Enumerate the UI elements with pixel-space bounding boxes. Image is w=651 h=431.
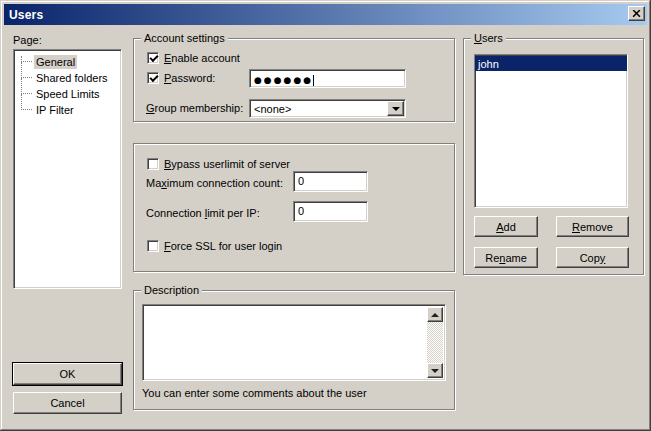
add-user-button[interactable]: Add xyxy=(474,216,538,237)
password-checkbox[interactable] xyxy=(147,72,159,84)
password-input[interactable]: ●●●●●● xyxy=(249,69,406,88)
users-caption: Users xyxy=(471,32,506,45)
description-group: Description You can enter some comments … xyxy=(133,290,455,410)
user-list-item[interactable]: john xyxy=(475,56,627,71)
description-textarea[interactable] xyxy=(142,304,446,381)
ip-limit-input[interactable]: 0 xyxy=(293,201,368,222)
limits-group: Bypass userlimit of server Maximum conne… xyxy=(133,143,455,272)
titlebar: Users xyxy=(4,4,647,25)
group-membership-select[interactable]: <none> xyxy=(249,99,406,118)
scroll-up-button[interactable] xyxy=(427,307,443,322)
close-button[interactable] xyxy=(628,6,645,21)
window-title: Users xyxy=(4,8,43,22)
users-dialog: Users Page: GeneralShared foldersSpeed L… xyxy=(0,0,651,431)
group-membership-label: Group membership: xyxy=(146,102,243,115)
cancel-button[interactable]: Cancel xyxy=(13,392,122,414)
enable-account-checkbox[interactable] xyxy=(147,52,159,64)
scroll-down-button[interactable] xyxy=(427,363,443,378)
description-caption: Description xyxy=(141,284,202,297)
ok-button[interactable]: OK xyxy=(13,363,122,385)
users-group: Users john Add Remove Rename Copy xyxy=(463,38,644,275)
page-tree-item[interactable]: IP Filter xyxy=(14,102,121,118)
copy-user-button[interactable]: Copy xyxy=(556,247,629,268)
arrow-down-icon xyxy=(431,369,439,373)
enable-account-label: Enable account xyxy=(164,52,240,65)
max-connections-input[interactable]: 0 xyxy=(293,171,368,192)
account-settings-caption: Account settings xyxy=(141,32,228,45)
combo-dropdown-button[interactable] xyxy=(387,101,404,116)
page-tree[interactable]: GeneralShared foldersSpeed LimitsIP Filt… xyxy=(13,49,122,289)
text-caret xyxy=(313,75,314,86)
close-icon xyxy=(632,10,641,18)
remove-user-button[interactable]: Remove xyxy=(556,216,629,237)
account-settings-group: Account settings Enable account Password… xyxy=(133,38,455,122)
force-ssl-checkbox[interactable] xyxy=(147,240,159,252)
rename-user-button[interactable]: Rename xyxy=(474,247,538,268)
chevron-down-icon xyxy=(392,107,400,111)
description-hint: You can enter some comments about the us… xyxy=(142,387,367,400)
arrow-up-icon xyxy=(431,313,439,317)
max-connections-label: Maximum connection count: xyxy=(146,177,283,190)
page-label: Page: xyxy=(13,34,42,47)
vertical-scrollbar[interactable] xyxy=(427,307,443,378)
users-listbox[interactable]: john xyxy=(474,54,628,208)
password-label: Password: xyxy=(164,72,215,85)
ip-limit-label: Connection limit per IP: xyxy=(146,207,260,220)
bypass-userlimit-checkbox[interactable] xyxy=(147,158,159,170)
bypass-userlimit-label: Bypass userlimit of server xyxy=(164,158,290,171)
force-ssl-label: Force SSL for user login xyxy=(164,240,282,253)
